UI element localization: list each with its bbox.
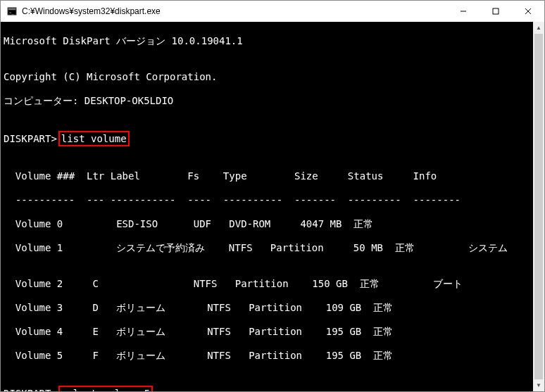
- window-title: C:¥Windows¥system32¥diskpart.exe: [22, 6, 447, 16]
- table-row: Volume 1 システムで予約済み NTFS Partition 50 MB …: [4, 242, 541, 254]
- console-window: >_ C:¥Windows¥system32¥diskpart.exe Micr…: [0, 0, 545, 392]
- maximize-button[interactable]: [480, 1, 512, 22]
- scroll-track[interactable]: [533, 34, 544, 379]
- terminal-output[interactable]: Microsoft DiskPart バージョン 10.0.19041.1 Co…: [1, 22, 544, 391]
- scroll-thumb[interactable]: [534, 34, 543, 379]
- table-row: Volume 3 D ボリューム NTFS Partition 109 GB 正…: [4, 302, 541, 314]
- scroll-down-button[interactable]: ▼: [533, 379, 544, 391]
- svg-rect-4: [493, 8, 499, 14]
- titlebar[interactable]: >_ C:¥Windows¥system32¥diskpart.exe: [1, 1, 544, 22]
- prompt: DISKPART>: [4, 388, 57, 391]
- close-button[interactable]: [512, 1, 544, 22]
- svg-text:>_: >_: [9, 10, 15, 15]
- command-line: DISKPART>select volume 5: [4, 386, 541, 391]
- banner-line: コンピューター: DESKTOP-OK5LDIO: [4, 95, 541, 107]
- highlighted-command: select volume 5: [58, 386, 153, 391]
- table-header: Volume ### Ltr Label Fs Type Size Status…: [4, 170, 541, 182]
- table-row: Volume 0 ESD-ISO UDF DVD-ROM 4047 MB 正常: [4, 218, 541, 230]
- table-row: Volume 4 E ボリューム NTFS Partition 195 GB 正…: [4, 326, 541, 338]
- banner-line: Microsoft DiskPart バージョン 10.0.19041.1: [4, 35, 541, 47]
- vertical-scrollbar[interactable]: ▲ ▼: [533, 22, 544, 391]
- highlighted-command: list volume: [58, 131, 130, 146]
- prompt: DISKPART>: [4, 133, 57, 144]
- minimize-button[interactable]: [447, 1, 480, 22]
- table-row: Volume 2 C NTFS Partition 150 GB 正常 ブート: [4, 278, 541, 290]
- scroll-up-button[interactable]: ▲: [533, 22, 544, 34]
- window-controls: [447, 1, 544, 22]
- banner-line: Copyright (C) Microsoft Corporation.: [4, 71, 541, 83]
- command-line: DISKPART>list volume: [4, 131, 541, 146]
- table-divider: ---------- --- ----------- ---- --------…: [4, 194, 541, 206]
- app-icon: >_: [6, 6, 18, 17]
- table-row: Volume 5 F ボリューム NTFS Partition 195 GB 正…: [4, 350, 541, 362]
